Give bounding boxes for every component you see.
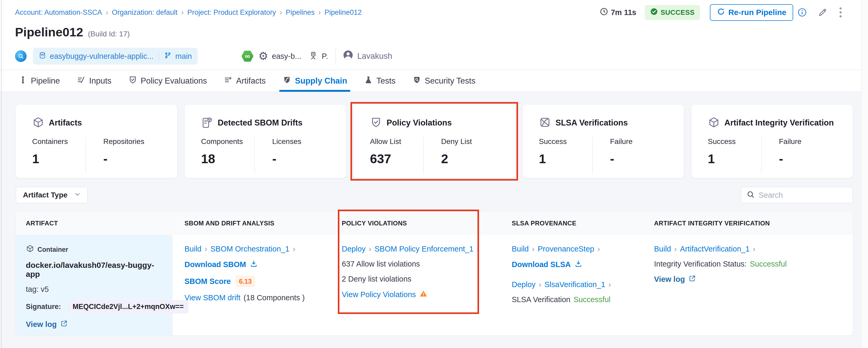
step-link[interactable]: ArtifactVerification_1 [680,245,750,253]
cube-icon [32,116,44,129]
artifact-name: docker.io/lavakush07/easy-buggy-app [26,261,167,279]
download-icon [250,260,258,269]
tab-supply-chain[interactable]: Supply Chain [281,70,348,92]
stat-label: Failure [779,137,802,146]
branch-name[interactable]: main [175,52,192,61]
avatar-icon [343,50,353,63]
tab-security-tests[interactable]: Security Tests [411,70,476,92]
repository-name[interactable]: easybuggy-vulnerable-applic... [50,52,153,61]
tab-artifacts[interactable]: Artifacts [223,70,267,92]
breadcrumb-project[interactable]: Project: Product Exploratory [187,8,276,17]
rerun-pipeline-button[interactable]: Re-run Pipeline [710,4,793,21]
stat-value: 637 [370,152,424,166]
chevron-right-icon [178,8,187,17]
breadcrumb-pipeline012[interactable]: Pipeline012 [324,8,362,17]
integrity-cell: Build ArtifactVerification_1 Integrity V… [642,235,853,335]
table-header-row: ARTIFACT SBOM AND DRIFT ANALYSIS POLICY … [16,212,853,235]
cube-icon [708,116,720,129]
integrity-status-value: Successful [750,260,786,268]
stage-link[interactable]: Build [512,245,529,253]
column-header-integrity: ARTIFACT INTEGRITY VERIFICATION [642,220,853,227]
edit-pencil-icon[interactable] [817,7,828,18]
summary-cards: Artifacts Containers1 Repositories- Dete… [16,105,853,178]
stat-label: Repositories [103,137,145,146]
view-log-link[interactable]: View log [654,275,696,284]
sbom-document-icon [201,116,213,129]
stage-link[interactable]: Deploy [512,280,535,289]
check-circle-icon [650,8,658,18]
view-sbom-drift-link[interactable]: View SBOM drift [184,293,240,302]
delegate-icon [309,51,318,61]
artifact-type-dropdown[interactable]: Artifact Type [16,187,88,203]
breadcrumb-organization[interactable]: Organization: default [112,8,178,17]
slsa-provenance-cell: Build ProvenanceStep Download SLSA Deplo… [500,235,642,335]
artifact-cell: Container docker.io/lavakush07/easy-bugg… [16,235,173,335]
column-header-sbom: SBOM AND DRIFT ANALYSIS [173,220,330,227]
shield-check-icon [128,76,137,86]
tab-tests[interactable]: Tests [363,70,396,92]
stat-label: Allow List [370,137,424,146]
sbom-cell: Build SBOM Orchestration_1 Download SBOM… [173,235,330,335]
refresh-icon [717,7,725,18]
artifact-type-label: Container [37,246,68,253]
stage-link[interactable]: Build [654,245,671,253]
chevron-right-icon [366,244,374,253]
stat-value: 1 [32,152,86,166]
environment-name[interactable]: P. [322,52,328,61]
step-link[interactable]: ProvenanceStep [538,245,594,253]
external-link-icon [688,275,696,284]
tab-pipeline[interactable]: Pipeline [18,70,61,92]
search-input[interactable] [758,191,847,200]
artifacts-table: ARTIFACT SBOM AND DRIFT ANALYSIS POLICY … [16,212,853,335]
view-policy-violations-link[interactable]: View Policy Violations [342,290,427,299]
stage-link[interactable]: Deploy [342,245,366,253]
supply-chain-shield-icon [282,76,291,86]
step-link[interactable]: SlsaVerification_1 [545,280,605,289]
breadcrumb-pipelines[interactable]: Pipelines [286,8,315,17]
status-badge: SUCCESS [645,5,700,20]
stat-label: Components [201,137,254,146]
breadcrumb-account[interactable]: Account: Automation-SSCA [15,8,102,17]
download-sbom-link[interactable]: Download SBOM [184,260,258,269]
slsa-icon [539,116,551,129]
signature-value[interactable]: MEQCICde2Vjl...L+2+mqnOXw== [68,300,189,314]
info-icon[interactable] [797,8,807,17]
kebab-menu-icon[interactable] [840,7,842,18]
scrollbar[interactable] [861,0,868,348]
window-left-edge [1,0,2,348]
service-name[interactable]: easy-b... [272,52,301,61]
chevron-down-icon [73,190,82,200]
artifact-integrity-card: Artifact Integrity Verification Success1… [691,105,853,178]
column-header-slsa-provenance: SLSA PROVENANCE [500,220,642,227]
security-shield-icon [412,76,421,86]
download-slsa-link[interactable]: Download SLSA [512,260,582,269]
view-log-link[interactable]: View log [26,320,68,329]
repository-icon [39,52,46,61]
column-header-artifact: ARTIFACT [16,220,173,227]
stat-value: 1 [539,152,592,166]
repository-chip[interactable]: easybuggy-vulnerable-applic... main [33,48,198,65]
sbom-score-link[interactable]: SBOM Score [184,277,231,286]
stat-value: 18 [201,152,254,166]
chevron-right-icon [315,8,324,17]
chevron-right-icon [202,244,211,253]
slsa-verification-label: SLSA Verification [512,295,570,304]
step-link[interactable]: SBOM Orchestration_1 [211,245,289,253]
tab-policy-evaluations[interactable]: Policy Evaluations [127,70,208,92]
column-header-policy-violations: POLICY VIOLATIONS [330,220,500,227]
search-icon [746,190,755,200]
stat-value: 2 [441,152,472,166]
stat-value: - [272,152,302,166]
slsa-verifications-card: SLSA Verifications Success1 Failure- [523,105,684,178]
chevron-right-icon [671,244,680,253]
stage-link[interactable]: Build [184,245,202,253]
tab-inputs[interactable]: Inputs [75,70,112,92]
chevron-right-icon [473,244,483,253]
step-link[interactable]: SBOM Policy Enforcement_1 [374,245,473,253]
artifacts-icon [224,76,233,86]
inputs-icon [77,76,86,86]
stat-value: - [103,152,145,166]
clock-icon [600,7,608,18]
chevron-right-icon [535,280,545,289]
git-branch-icon [164,52,172,61]
